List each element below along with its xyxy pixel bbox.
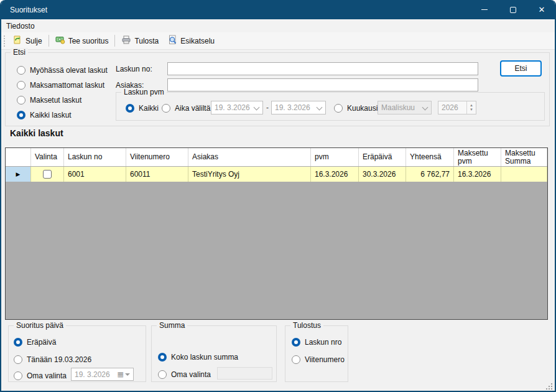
cell-erapaiva[interactable]: 30.3.2026 bbox=[359, 167, 406, 182]
cell-asiakas[interactable]: TestiYritys Oyj bbox=[188, 167, 311, 182]
invoice-no-input[interactable] bbox=[167, 62, 478, 75]
toolbar: Sulje Tee suoritus Tulosta Esikatselu bbox=[1, 32, 555, 50]
calendar-icon: ▦ bbox=[118, 371, 124, 378]
exit-note-icon bbox=[12, 35, 22, 47]
current-row-icon: ▶ bbox=[16, 171, 21, 177]
sum-custom-radio[interactable]: Oma valinta bbox=[158, 370, 211, 380]
esikatselu-button[interactable]: Esikatselu bbox=[163, 33, 219, 49]
custom-date-picker[interactable]: 19. 3.2026 ▦ bbox=[71, 368, 134, 381]
year-spinner[interactable]: 2026 ▲ ▼ bbox=[438, 101, 476, 114]
menu-bar: Tiedosto bbox=[1, 19, 555, 32]
tulosta-button[interactable]: Tulosta bbox=[117, 33, 163, 49]
radio-selected-icon bbox=[292, 338, 300, 347]
search-group-legend: Etsi bbox=[11, 48, 28, 57]
payment-date-duedate-radio[interactable]: Eräpäivä bbox=[14, 337, 56, 347]
column-header-pvm[interactable]: pvm bbox=[311, 148, 359, 166]
invoice-date-group: Laskun pvm Kaikki Aika väliltä 19. 3.202… bbox=[116, 92, 545, 121]
filter-overdue-radio[interactable]: Myöhässä olevat laskut bbox=[17, 65, 108, 75]
table-row: ▶ 6001 60011 TestiYritys Oyj 16.3.2026 3… bbox=[6, 167, 547, 182]
spinner-buttons[interactable]: ▲ ▼ bbox=[466, 101, 476, 114]
main-content: Etsi Myöhässä olevat laskut Maksamattoma… bbox=[1, 50, 555, 391]
radio-icon bbox=[292, 355, 300, 364]
menu-item-tiedosto[interactable]: Tiedosto bbox=[1, 21, 40, 32]
tee-suoritus-button[interactable]: Tee suoritus bbox=[51, 33, 113, 49]
filter-unpaid-radio[interactable]: Maksamattomat laskut bbox=[17, 80, 104, 90]
app-window: Suoritukset ✕ Tiedosto Sulje Tee suoritu… bbox=[0, 0, 556, 392]
date-range-radio[interactable]: Aika väliltä bbox=[162, 103, 210, 113]
printing-invoice-no-radio[interactable]: Laskun nro bbox=[292, 337, 341, 347]
column-header-yhteensa[interactable]: Yhteensä bbox=[406, 148, 454, 166]
column-header-maksettu-pvm[interactable]: Maksettu pvm bbox=[454, 148, 501, 166]
row-checkbox-cell[interactable] bbox=[31, 167, 64, 182]
customer-input[interactable] bbox=[167, 78, 478, 91]
invoice-date-legend: Laskun pvm bbox=[121, 88, 167, 96]
sum-group: Summa Koko laskun summa Oma valinta bbox=[151, 325, 277, 382]
payment-date-today-radio[interactable]: Tänään 19.03.2026 bbox=[14, 355, 91, 365]
toolbar-grip[interactable] bbox=[4, 35, 6, 47]
dropdown-arrow-icon bbox=[125, 373, 130, 376]
column-header-maksettu-summa[interactable]: Maksettu Summa bbox=[501, 148, 547, 166]
toolbar-separator bbox=[114, 35, 115, 47]
date-to-combo[interactable]: 19. 3.2026 bbox=[271, 101, 326, 114]
cell-maksettu-pvm[interactable]: 16.3.2026 bbox=[454, 167, 501, 182]
column-header-asiakas[interactable]: Asiakas bbox=[188, 148, 311, 166]
resize-grip[interactable] bbox=[544, 381, 552, 390]
minimize-button[interactable] bbox=[470, 0, 499, 19]
window-controls: ✕ bbox=[470, 0, 556, 19]
titlebar: Suoritukset ✕ bbox=[0, 0, 556, 19]
cell-pvm[interactable]: 16.3.2026 bbox=[311, 167, 359, 182]
row-checkbox[interactable] bbox=[43, 170, 52, 179]
grid-header-row: Valinta Laskun no Viitenumero Asiakas pv… bbox=[6, 148, 547, 167]
chevron-down-icon bbox=[254, 105, 259, 111]
sulje-button[interactable]: Sulje bbox=[8, 33, 47, 49]
radio-selected-icon bbox=[126, 104, 134, 113]
preview-icon bbox=[167, 35, 177, 47]
sum-legend: Summa bbox=[157, 321, 187, 330]
date-month-radio[interactable]: Kuukausi bbox=[334, 103, 378, 113]
filter-paid-radio[interactable]: Maksetut laskut bbox=[17, 95, 81, 105]
sum-full-radio[interactable]: Koko laskun summa bbox=[158, 352, 238, 362]
maximize-icon bbox=[510, 7, 516, 13]
cell-yhteensa[interactable]: 6 762,77 bbox=[406, 167, 454, 182]
cell-laskun-no[interactable]: 6001 bbox=[64, 167, 126, 182]
payment-date-legend: Suoritus päivä bbox=[14, 321, 66, 330]
column-header-erapaiva[interactable]: Eräpäivä bbox=[359, 148, 406, 166]
close-button[interactable]: ✕ bbox=[527, 0, 556, 19]
spinner-down-icon: ▼ bbox=[470, 108, 473, 112]
minimize-icon bbox=[481, 9, 488, 10]
radio-selected-icon bbox=[14, 338, 22, 347]
date-from-combo[interactable]: 19. 3.2026 bbox=[211, 101, 263, 114]
invoice-no-label: Laskun no: bbox=[116, 65, 152, 73]
month-select[interactable]: Maaliskuu bbox=[378, 101, 432, 114]
search-button[interactable]: Etsi bbox=[500, 60, 542, 77]
radio-selected-icon bbox=[17, 111, 25, 119]
sum-custom-input[interactable] bbox=[217, 367, 272, 380]
column-header-rowselector[interactable] bbox=[6, 148, 31, 166]
chevron-down-icon bbox=[317, 105, 322, 111]
window-title: Suoritukset bbox=[0, 6, 47, 14]
maximize-button[interactable] bbox=[499, 0, 527, 19]
radio-icon bbox=[17, 81, 25, 90]
printing-group: Tulostus Laskun nro Viitenumero bbox=[285, 325, 348, 382]
filter-all-radio[interactable]: Kaikki laskut bbox=[17, 110, 72, 120]
printing-legend: Tulostus bbox=[290, 321, 323, 330]
date-range-separator: - bbox=[266, 103, 269, 112]
printing-reference-radio[interactable]: Viitenumero bbox=[292, 355, 345, 365]
toolbar-separator bbox=[49, 35, 49, 47]
date-all-radio[interactable]: Kaikki bbox=[126, 103, 159, 113]
column-header-laskun-no[interactable]: Laskun no bbox=[64, 148, 126, 166]
cell-maksettu-summa[interactable] bbox=[501, 167, 547, 182]
payment-date-custom-radio[interactable]: Oma valinta bbox=[14, 371, 67, 381]
radio-icon bbox=[17, 96, 25, 105]
radio-icon bbox=[14, 355, 22, 364]
column-header-viitenumero[interactable]: Viitenumero bbox=[126, 148, 188, 166]
cell-viitenumero[interactable]: 60011 bbox=[126, 167, 188, 182]
spinner-up-icon: ▲ bbox=[470, 103, 473, 108]
column-header-valinta[interactable]: Valinta bbox=[31, 148, 64, 166]
radio-icon bbox=[14, 371, 22, 380]
radio-icon bbox=[334, 104, 343, 113]
invoice-grid: Valinta Laskun no Viitenumero Asiakas pv… bbox=[5, 147, 548, 320]
row-selector-cell[interactable]: ▶ bbox=[6, 167, 31, 182]
grid-empty-area bbox=[6, 182, 547, 319]
results-heading: Kaikki laskut bbox=[10, 128, 63, 138]
